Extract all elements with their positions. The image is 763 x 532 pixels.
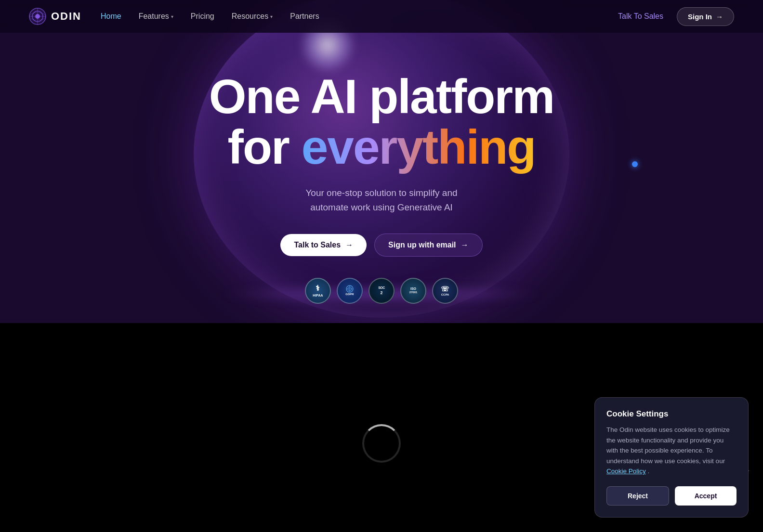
gdpr-badge: GDPR <box>337 278 363 304</box>
hero-title-for: for <box>228 120 302 174</box>
compliance-badges: ⚕ HIPAA GDPR SOC <box>209 278 554 304</box>
logo-text: ODIN <box>51 10 81 23</box>
cookie-policy-link[interactable]: Cookie Policy <box>606 467 646 475</box>
talk-sales-arrow-icon: → <box>345 241 353 249</box>
nav-item-home[interactable]: Home <box>101 12 121 21</box>
ccpa-badge: ☏ CCPA <box>432 278 458 304</box>
cookie-banner: Cookie Settings The Odin website uses co… <box>594 397 749 518</box>
talk-to-sales-link[interactable]: Talk To Sales <box>618 12 663 21</box>
hipaa-badge: ⚕ HIPAA <box>305 278 331 304</box>
resources-chevron-icon: ▾ <box>270 14 273 19</box>
nav-item-pricing[interactable]: Pricing <box>191 12 214 21</box>
sign-in-button[interactable]: Sign In → <box>677 7 734 26</box>
sign-up-with-email-button[interactable]: Sign up with email → <box>374 234 482 257</box>
iso-badge: ISO 27001 <box>400 278 426 304</box>
nav-link-features[interactable]: Features ▾ <box>139 12 173 21</box>
hero-title-everything: everything <box>302 120 536 174</box>
sign-in-arrow-icon: → <box>716 13 723 21</box>
logo-icon <box>29 8 46 25</box>
nav-item-partners[interactable]: Partners <box>290 12 319 21</box>
sign-up-arrow-icon: → <box>461 241 469 249</box>
nav-item-resources[interactable]: Resources ▾ <box>232 12 273 21</box>
talk-to-sales-button[interactable]: Talk to Sales → <box>280 234 367 256</box>
nav-link-resources[interactable]: Resources ▾ <box>232 12 273 21</box>
blue-dot-decoration <box>632 161 638 167</box>
features-chevron-icon: ▾ <box>171 14 173 19</box>
navbar-left: ODIN Home Features ▾ Pricing Resources ▾ <box>29 8 319 25</box>
nav-links: Home Features ▾ Pricing Resources ▾ Part… <box>101 12 319 21</box>
nav-item-features[interactable]: Features ▾ <box>139 12 173 21</box>
navbar: ODIN Home Features ▾ Pricing Resources ▾ <box>0 0 763 33</box>
hero-buttons: Talk to Sales → Sign up with email → <box>209 234 554 257</box>
hero-subtitle: Your one-stop solution to simplify and a… <box>209 186 554 215</box>
cookie-title: Cookie Settings <box>606 409 737 419</box>
nav-link-partners[interactable]: Partners <box>290 12 319 21</box>
hero-title-line2: for everything <box>209 122 554 172</box>
nav-link-home[interactable]: Home <box>101 12 121 21</box>
navbar-right: Talk To Sales Sign In → <box>618 7 734 26</box>
gdpr-icon <box>344 285 355 293</box>
reject-button[interactable]: Reject <box>606 486 669 506</box>
soc2-badge: SOC 2 <box>368 278 395 304</box>
accept-button[interactable]: Accept <box>675 486 737 506</box>
hero-title: One AI platform for everything <box>209 71 554 172</box>
hero-title-line1: One AI platform <box>209 71 554 122</box>
cookie-buttons: Reject Accept <box>606 486 737 506</box>
video-loader <box>362 424 401 463</box>
hero-content: One AI platform for everything Your one-… <box>199 33 564 323</box>
hero-section: One AI platform for everything Your one-… <box>0 0 763 323</box>
cookie-body: The Odin website uses cookies to optimiz… <box>606 425 737 477</box>
nav-link-pricing[interactable]: Pricing <box>191 12 214 21</box>
logo[interactable]: ODIN <box>29 8 81 25</box>
